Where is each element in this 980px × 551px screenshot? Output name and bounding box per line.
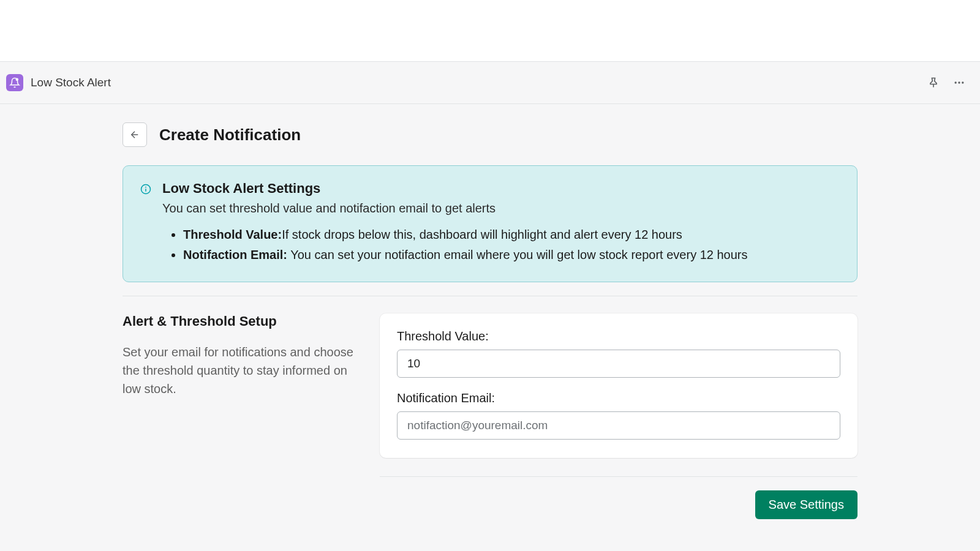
app-bar-right: [927, 77, 974, 89]
back-button[interactable]: [123, 122, 147, 147]
app-bar-left: Low Stock Alert: [6, 74, 111, 91]
section-divider: [123, 296, 858, 296]
save-settings-button[interactable]: Save Settings: [755, 490, 858, 519]
section-description: Alert & Threshold Setup Set your email f…: [123, 313, 355, 519]
info-item-label: Notifaction Email:: [183, 248, 287, 261]
svg-point-2: [955, 81, 957, 83]
info-item-text: You can set your notifaction email where…: [287, 248, 748, 261]
info-item-label: Threshold Value:: [183, 228, 282, 241]
section-subtitle: Set your email for notifications and cho…: [123, 343, 355, 398]
more-icon[interactable]: [953, 77, 965, 89]
info-banner-list: Threshold Value:If stock drops below thi…: [183, 225, 840, 264]
email-label: Notification Email:: [397, 391, 840, 405]
notification-email-input[interactable]: [397, 411, 840, 440]
info-icon: [140, 184, 151, 195]
pin-icon[interactable]: [927, 77, 940, 89]
svg-point-0: [16, 78, 19, 81]
svg-point-3: [958, 81, 960, 83]
info-banner: Low Stock Alert Settings You can set thr…: [123, 165, 858, 282]
threshold-label: Threshold Value:: [397, 329, 840, 343]
arrow-left-icon: [129, 129, 140, 140]
settings-form-card: Threshold Value: Notification Email:: [380, 313, 858, 458]
settings-section: Alert & Threshold Setup Set your email f…: [123, 313, 858, 519]
info-item-text: If stock drops below this, dashboard wil…: [282, 228, 682, 241]
svg-point-8: [145, 187, 146, 188]
info-banner-description: You can set threshold value and notifact…: [162, 201, 840, 216]
browser-chrome-spacer: [0, 0, 980, 62]
page-body: Create Notification Low Stock Alert Sett…: [0, 104, 980, 551]
page-title: Create Notification: [159, 126, 301, 144]
section-title: Alert & Threshold Setup: [123, 313, 355, 329]
info-banner-item: Notifaction Email: You can set your noti…: [183, 246, 840, 264]
svg-point-4: [962, 81, 963, 83]
app-bar: Low Stock Alert: [0, 62, 980, 104]
save-divider: [380, 476, 858, 477]
app-title: Low Stock Alert: [31, 76, 111, 89]
info-banner-title: Low Stock Alert Settings: [162, 181, 320, 197]
app-logo-icon: [6, 74, 23, 91]
info-banner-item: Threshold Value:If stock drops below thi…: [183, 225, 840, 244]
page-header: Create Notification: [123, 122, 858, 147]
threshold-input[interactable]: [397, 350, 840, 378]
